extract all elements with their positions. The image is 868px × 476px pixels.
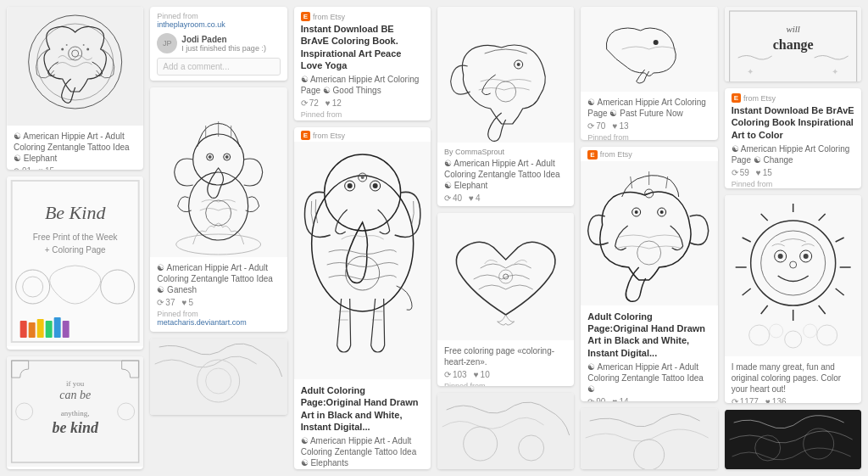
card-ganesh-small[interactable] (150, 339, 287, 415)
comment-input[interactable]: Add a comment... (157, 58, 280, 76)
svg-point-68 (635, 210, 638, 214)
card-brave-etsy[interactable]: E from Etsy Instant Download BE BrAvE Co… (294, 7, 431, 120)
card-abstract-col5[interactable] (581, 408, 717, 469)
etsy-badge-brave-r: E (732, 93, 741, 103)
card-heart[interactable]: Free coloring page «coloring-heart-zen».… (437, 213, 574, 385)
card-will-change[interactable]: will change ✦ ✦ (725, 7, 861, 81)
from-line-brave-r: E from Etsy (732, 93, 854, 103)
card-desc-elephant-1: ☯ American Hippie Art - Adult Coloring Z… (14, 131, 136, 164)
svg-rect-19 (37, 319, 44, 338)
svg-text:can be: can be (59, 389, 91, 401)
pinned-from-top-url[interactable]: intheplayroom.co.uk (157, 20, 280, 29)
card-bekind[interactable]: Be Kind Free Print of the Week + Colorin… (7, 176, 143, 350)
svg-rect-72 (581, 408, 717, 469)
stat-repins-flickr: ⟳ 40 (444, 193, 462, 203)
svg-rect-105 (725, 410, 860, 469)
svg-rect-53 (438, 7, 574, 143)
card-body-sun: I made many great, fun and original colo… (725, 356, 861, 403)
svg-point-55 (517, 63, 520, 66)
svg-text:anything,: anything, (61, 409, 90, 417)
like-count-b: 12 (332, 98, 342, 108)
svg-point-5 (61, 48, 64, 51)
from-line-brave: E from Etsy (301, 12, 424, 21)
stat-likes-sun: ♥ 136 (765, 397, 787, 403)
svg-rect-57 (438, 213, 574, 340)
pinned-url-brave[interactable]: etsy.com (301, 119, 424, 120)
like-count-f: 4 (476, 193, 481, 203)
like-count-pf: 13 (619, 121, 628, 131)
pinned-url-ganesh[interactable]: metacharis.deviantart.com (157, 318, 280, 327)
svg-point-6 (86, 48, 89, 51)
repin-count-br: 59 (740, 168, 749, 177)
card-meta-elephant-big: ☯ American Hippie Art - Adult Coloring Z… (301, 435, 424, 468)
column-6: will change ✦ ✦ E from Etsy Instant Down… (725, 7, 861, 469)
pinner-name: Jodi Paden (181, 35, 266, 44)
card-title-brave-r: Instant Download Be BrAvE Coloring Book … (732, 104, 854, 141)
svg-text:be kind: be kind (52, 419, 99, 436)
stat-likes-flickr: ♥ 4 (469, 193, 481, 203)
svg-rect-17 (20, 321, 27, 338)
svg-text:change: change (772, 37, 813, 53)
card-abstract-last[interactable] (725, 410, 861, 469)
card-stats-brave-r: ⟳ 59 ♥ 15 (732, 168, 854, 177)
etsy-badge-brave: E (301, 12, 310, 21)
card-sun[interactable]: I made many great, fun and original colo… (725, 195, 861, 403)
card-stats-flickr: ⟳ 40 ♥ 4 (444, 193, 567, 203)
stat-likes-er2: ♥ 14 (612, 397, 628, 401)
column-3: E from Etsy Instant Download BE BrAvE Co… (294, 7, 431, 469)
svg-point-96 (777, 254, 782, 259)
from-line-er2: E from Etsy (581, 147, 717, 160)
pinned-label-heart: Pinned from (444, 382, 567, 385)
card-elephant-big[interactable]: E from Etsy (294, 127, 431, 469)
card-stats-past-future: ⟳ 70 ♥ 13 (587, 121, 710, 131)
card-title-elephant-big: Adult Coloring Page:Original Hand Drawn … (301, 384, 424, 433)
column-1: ☯ American Hippie Art - Adult Coloring Z… (7, 7, 143, 469)
svg-point-37 (209, 155, 212, 159)
stat-likes-ganesh: ♥ 5 (181, 298, 193, 307)
card-meta-brave-r: ☯ American Hippie Art Coloring Page ☯ Ch… (732, 143, 854, 165)
card-body-ganesh: ☯ American Hippie Art - Adult Coloring Z… (150, 257, 287, 332)
card-stats-elephant-1: ⟳ 91 ♥ 15 (14, 166, 136, 170)
card-bekind2[interactable]: if you can be anything, be kind if you c… (7, 356, 143, 469)
pinned-label-f: Pinned from (444, 205, 567, 206)
card-stats-sun: ⟳ 1177 ♥ 136 (732, 397, 854, 403)
like-icon: ♥ (38, 166, 43, 170)
card-brave-header: E from Etsy Instant Download BE BrAvE Co… (294, 7, 431, 120)
card-image-sun (725, 195, 861, 356)
repin-icon-g: ⟳ (157, 298, 164, 307)
card-image-elephant-big (294, 142, 431, 379)
card-elephant-1[interactable]: ☯ American Hippie Art - Adult Coloring Z… (7, 7, 143, 170)
card-image-abstract-col4 (437, 393, 574, 469)
repin-count-sun: 1177 (740, 397, 759, 403)
card-body-bekind: Be Kind Free Print of the Week + Colorin… (7, 346, 143, 350)
card-past-future[interactable]: ☯ American Hippie Art Coloring Page ☯ Pa… (581, 7, 717, 140)
svg-text:Be Kind: Be Kind (45, 202, 106, 223)
card-image-ganesh-small (150, 339, 287, 415)
like-count-h: 10 (481, 370, 490, 379)
svg-point-8 (83, 44, 85, 46)
card-image-past-future (581, 7, 717, 92)
card-pinned-top[interactable]: Pinned from intheplayroom.co.uk JP Jodi … (150, 7, 287, 81)
card-elephant-r2[interactable]: E from Etsy (581, 147, 717, 401)
card-body-elephant-flickr: By CommaSprout ☯ American Hippie Art - A… (437, 143, 574, 206)
like-count-br: 15 (763, 168, 772, 177)
etsy-badge-big: E (301, 131, 310, 140)
card-desc-flickr: ☯ American Hippie Art - Adult Coloring Z… (444, 158, 567, 191)
stat-likes-heart: ♥ 10 (474, 370, 490, 379)
card-abstract-col4[interactable] (437, 393, 574, 469)
column-2: Pinned from intheplayroom.co.uk JP Jodi … (150, 7, 287, 469)
card-image-abstract-last (725, 410, 861, 469)
stat-repins-er2: ⟳ 90 (587, 397, 605, 401)
repin-count-g: 37 (165, 298, 175, 307)
column-4: By CommaSprout ☯ American Hippie Art - A… (437, 7, 574, 469)
card-body-past-future: ☯ American Hippie Art Coloring Page ☯ Pa… (581, 92, 717, 140)
card-image-heart (437, 213, 574, 340)
card-brave-right[interactable]: E from Etsy Instant Download Be BrAvE Co… (725, 88, 861, 188)
card-elephant-flickr[interactable]: By CommaSprout ☯ American Hippie Art - A… (437, 7, 574, 206)
card-ganesh[interactable]: ☯ American Hippie Art - Adult Coloring Z… (150, 87, 287, 332)
from-text-brave-r: from Etsy (743, 94, 776, 103)
svg-rect-22 (63, 321, 70, 338)
card-body-elephant-big: Adult Coloring Page:Original Hand Drawn … (294, 379, 431, 469)
stat-repins-brave-r: ⟳ 59 (732, 168, 749, 177)
pinned-label-br: Pinned from (732, 180, 854, 188)
